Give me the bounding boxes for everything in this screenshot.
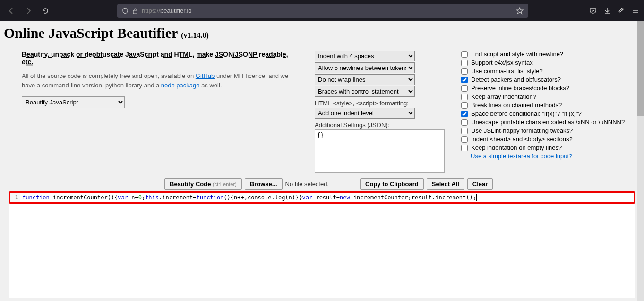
additional-settings-textarea[interactable]: {} [315,129,445,173]
braces-select[interactable]: Braces with control statement [315,86,415,97]
checkbox-preserve-inline[interactable] [461,85,468,92]
pocket-icon[interactable] [589,7,597,15]
subtitle-link[interactable]: Beautify, unpack or deobfuscate JavaScri… [22,51,301,66]
checkbox-label: Break lines on chained methods? [471,102,562,109]
checkbox-e4x[interactable] [461,60,468,66]
description-text: All of the source code is completely fre… [22,71,301,90]
checkbox-jslint[interactable] [461,128,468,134]
checkbox-label: Detect packers and obfuscators? [471,76,561,83]
additional-settings-label: Additional Settings (JSON): [315,121,447,129]
svg-rect-0 [133,10,137,14]
checkbox-label: Keep indentation on empty lines? [471,144,562,151]
simple-textarea-link[interactable]: Use a simple textarea for code input? [471,153,572,160]
beautify-button[interactable]: Beautify Code (ctrl-enter) [164,178,242,190]
page-title: Online JavaScript Beautifier (v1.14.0) [4,25,640,41]
back-button[interactable] [5,4,18,17]
node-package-link[interactable]: node package [161,82,200,89]
browser-toolbar: https://beautifier.io [0,0,644,21]
checkbox-label: Preserve inline braces/code blocks? [471,85,569,92]
checkbox-label: Keep array indentation? [471,93,536,100]
editor-empty-area[interactable] [9,204,635,298]
checkbox-column: End script and style with newline? Suppo… [461,51,640,174]
vertical-scrollbar[interactable] [637,21,644,301]
browse-button[interactable]: Browse... [245,178,283,190]
scrollbar-thumb[interactable] [637,21,644,116]
page-content: Online JavaScript Beautifier (v1.14.0) B… [0,21,644,301]
indent-select[interactable]: Indent with 4 spaces [315,51,415,61]
forward-button[interactable] [22,4,35,17]
code-editor[interactable]: 1 function incrementCounter(){var n=0;th… [9,191,635,204]
wrench-icon[interactable] [618,7,625,15]
url-bar[interactable]: https://beautifier.io [117,4,528,18]
html-format-label: HTML <style>, <script> formatting: [315,100,447,107]
checkbox-comma-first[interactable] [461,68,468,75]
language-select[interactable]: Beautify JavaScript [22,96,125,108]
checkbox-end-newline[interactable] [461,51,468,58]
checkbox-unescape[interactable] [461,119,468,126]
checkbox-break-chained[interactable] [461,102,468,109]
checkbox-label: End script and style with newline? [471,51,563,58]
checkbox-detect-packers[interactable] [461,77,468,83]
no-file-label: No file selected. [285,181,329,188]
checkbox-indent-head[interactable] [461,136,468,143]
bookmark-star-icon[interactable] [516,7,524,15]
checkbox-label: Space before conditional: "if(x)" / "if … [471,110,582,117]
clear-button[interactable]: Clear [467,178,493,190]
checkbox-label: Unescape printable chars encoded as \xNN… [471,119,625,126]
wrap-select[interactable]: Do not wrap lines [315,74,415,85]
select-all-button[interactable]: Select All [427,178,464,190]
checkbox-keep-array[interactable] [461,94,468,100]
shield-icon [122,8,129,14]
lock-icon [132,8,138,14]
newlines-select[interactable]: Allow 5 newlines between tokens [315,62,415,73]
code-line[interactable]: function incrementCounter(){var n=0;this… [20,193,479,202]
line-gutter: 1 [10,193,20,202]
action-row: Beautify Code (ctrl-enter) Browse... No … [164,178,640,190]
download-icon[interactable] [603,7,611,15]
checkbox-label: Indent <head> and <body> sections? [471,136,573,143]
checkbox-label: Use JSLint-happy formatting tweaks? [471,127,573,134]
github-link[interactable]: GitHub [196,72,215,79]
checkbox-space-conditional[interactable] [461,111,468,117]
checkbox-label: Use comma-first list style? [471,68,543,75]
html-format-select[interactable]: Add one indent level [315,108,415,119]
url-text: https://beautifier.io [142,7,192,14]
copy-clipboard-button[interactable]: Copy to Clipboard [360,178,424,190]
checkbox-keep-empty-indent[interactable] [461,145,468,151]
hamburger-menu-icon[interactable] [632,7,639,15]
checkbox-label: Support e4x/jsx syntax [471,59,533,66]
browser-right-icons [589,7,639,15]
reload-button[interactable] [39,4,52,17]
